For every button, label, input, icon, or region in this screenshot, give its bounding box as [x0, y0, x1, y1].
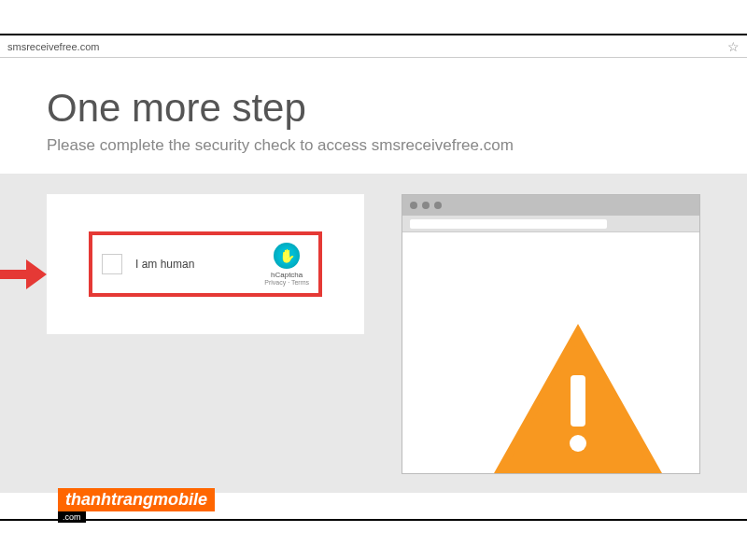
browser-address-bar: smsreceivefree.com ☆: [0, 35, 747, 58]
highlight-arrow-icon: [0, 259, 47, 289]
window-dot-icon: [434, 202, 442, 209]
header-section: One more step Please complete the securi…: [0, 58, 747, 174]
captcha-brand-name: hCaptcha: [271, 271, 303, 279]
captcha-legal-links[interactable]: Privacy · Terms: [264, 279, 309, 286]
url-text: smsreceivefree.com: [7, 41, 727, 52]
main-content: I am human hCaptcha Privacy · Terms: [0, 194, 747, 493]
captcha-brand: hCaptcha Privacy · Terms: [264, 243, 309, 286]
page-subtitle: Please complete the security check to ac…: [47, 136, 700, 155]
page-frame: smsreceivefree.com ☆ One more step Pleas…: [0, 34, 747, 521]
svg-rect-0: [571, 375, 585, 427]
watermark-logo: thanhtrangmobile: [58, 488, 215, 511]
illustration-panel: [402, 194, 700, 493]
browser-mock-body: [402, 232, 699, 473]
bookmark-star-icon[interactable]: ☆: [727, 39, 740, 54]
hcaptcha-logo-icon: [274, 243, 300, 269]
window-dot-icon: [422, 202, 430, 209]
browser-mockup: [402, 194, 700, 474]
page-title: One more step: [47, 86, 700, 131]
divider-gap: [0, 174, 747, 194]
watermark-suffix: .com: [58, 511, 86, 523]
svg-point-1: [570, 435, 586, 452]
captcha-panel: I am human hCaptcha Privacy · Terms: [47, 194, 364, 334]
window-dot-icon: [410, 202, 417, 209]
browser-mock-url-placeholder: [410, 219, 607, 229]
captcha-widget[interactable]: I am human hCaptcha Privacy · Terms: [89, 231, 322, 297]
browser-titlebar: [402, 195, 699, 216]
captcha-checkbox[interactable]: [102, 254, 122, 274]
browser-mock-urlbar: [402, 216, 699, 232]
warning-triangle-icon: [485, 315, 671, 483]
captcha-label: I am human: [135, 258, 264, 271]
